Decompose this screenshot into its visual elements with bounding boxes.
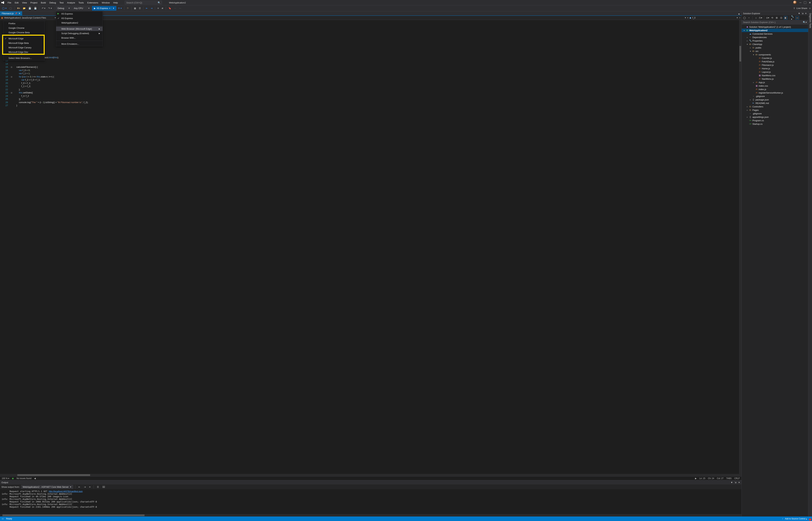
menu-edit[interactable]: Edit (13, 1, 20, 5)
tree-node[interactable]: ☁Connected Services (742, 32, 808, 36)
comment-icon[interactable]: ≡ (156, 6, 160, 10)
indent-dec-icon[interactable]: ⇤ (145, 6, 149, 10)
tree-node[interactable]: ▹🗀Pages (742, 108, 808, 112)
tree-node[interactable]: ▹JSApp.js (742, 81, 808, 84)
se-back-icon[interactable]: ◯ (743, 16, 746, 20)
save-all-button[interactable]: 💾 (33, 6, 38, 10)
save-button[interactable]: 💾 (27, 6, 32, 10)
tb-extra-2[interactable]: ⋯ (178, 6, 182, 10)
refresh-button[interactable]: ⟳ ▾ (117, 6, 123, 10)
menu-project[interactable]: Project (29, 1, 39, 5)
menu-item[interactable]: Microsoft Edge Beta (3, 41, 45, 45)
menu-item[interactable]: Google Chrome (3, 26, 45, 30)
live-share-button[interactable]: Live Share (796, 7, 807, 9)
menu-item[interactable]: Firefox (3, 21, 45, 26)
nav-member-combo[interactable]: ◆ f_0▼ (690, 17, 738, 19)
menu-file[interactable]: File (6, 1, 13, 5)
nav-fwd-button[interactable]: ◯ (8, 6, 13, 10)
tree-node[interactable]: JSregisterServiceWorker.js (742, 91, 808, 94)
nav-member-combo-mid[interactable]: ▼ (57, 17, 686, 19)
menu-view[interactable]: View (20, 1, 29, 5)
tree-node[interactable]: ▾🗁ClientApp (742, 42, 808, 46)
se-search-input[interactable]: Search Solution Explorer (Ctrl+;) 🔍▾ (742, 20, 808, 24)
tab-fibonacci[interactable]: Fibonacci.js 📌 ✕ (0, 11, 22, 16)
tree-node[interactable]: JSCounter.js (742, 56, 808, 60)
se-collapse-icon[interactable]: ⊞ (775, 16, 779, 20)
tb-extra-1[interactable]: ⋯ (173, 6, 177, 10)
zoom-combo[interactable]: 100 % ▾ (2, 477, 9, 480)
tree-node[interactable]: JSFibonacci.js (742, 63, 808, 67)
config-combo[interactable]: Debug▼ (56, 6, 72, 10)
se-properties-icon[interactable]: 🔧▾ (791, 16, 794, 20)
editor-vscrollbar[interactable] (739, 20, 742, 474)
se-sync-icon[interactable]: ⊙▾ (766, 16, 769, 20)
platform-combo[interactable]: Any CPU▼ (72, 6, 91, 10)
nav-right-icon[interactable]: ▶ (695, 477, 697, 480)
menu-item[interactable]: Google Chrome Beta (3, 30, 45, 35)
menu-item[interactable]: Script Debugging (Enabled)▶ (56, 31, 103, 36)
pin-icon[interactable]: 📌 (15, 13, 17, 15)
menu-item[interactable]: ✓IIS Express (56, 16, 103, 20)
se-pin-icon[interactable]: ⇲ (802, 12, 804, 15)
tab-overflow-icon[interactable]: ▼ (737, 13, 742, 16)
quick-search-input[interactable]: Search (Ctrl+Q) 🔍 (125, 1, 162, 4)
menu-item[interactable]: ✓Microsoft Edge (3, 36, 45, 41)
uncomment-icon[interactable]: ≢ (160, 6, 164, 10)
menu-item[interactable]: Microsoft Edge Canary (3, 45, 45, 50)
tree-node[interactable]: ▹🔧Properties (742, 39, 808, 42)
tree-node[interactable]: ▦NavMenu.css (742, 74, 808, 77)
indent-inc-icon[interactable]: ⇥ (150, 6, 154, 10)
run-button[interactable]: ▶ IIS Express ▾ ▼ (92, 6, 116, 10)
split-icon[interactable]: ≡ (739, 17, 740, 19)
tree-node[interactable]: ▫.gitignore (742, 94, 808, 98)
menu-tools[interactable]: Tools (77, 1, 85, 5)
se-dropdown-icon[interactable]: ▼ (798, 12, 800, 15)
add-source-control-button[interactable]: Add to Source Control ▴ (785, 518, 807, 520)
output-clear-icon[interactable]: ⌧ (102, 485, 106, 489)
nav-scope-combo[interactable]: WebApplication2 JavaScript Content Files… (4, 17, 56, 19)
close-tab-icon[interactable]: ✕ (19, 12, 20, 15)
menu-item[interactable]: Web Browser (Microsoft Edge)▶ (56, 26, 103, 31)
new-item-button[interactable]: ✚▾ (16, 6, 21, 10)
se-scope-icon[interactable]: ⊡ (780, 16, 783, 20)
output-dropdown-icon[interactable]: ▼ (730, 481, 733, 484)
output-wrap-icon[interactable]: ☰ (96, 485, 100, 489)
tree-node[interactable]: JSLayout.js (742, 70, 808, 74)
output-text[interactable]: Request starting HTTP/1.1 GET http://loc… (0, 489, 742, 514)
menu-item[interactable]: More Emulators... (56, 42, 103, 46)
menu-debug[interactable]: Debug (48, 1, 58, 5)
se-refresh-icon[interactable]: ⟲ (770, 16, 774, 20)
tree-node[interactable]: C#Startup.cs (742, 122, 808, 126)
editor-hscrollbar[interactable] (0, 474, 742, 476)
se-showall-icon[interactable]: ◧ (784, 16, 787, 20)
window-close-button[interactable]: ✕ (809, 1, 811, 4)
output-pin-icon[interactable]: ⇲ (735, 481, 737, 484)
open-button[interactable]: 📂 (22, 6, 27, 10)
tree-node[interactable]: JSHome.js (742, 67, 808, 70)
tree-node[interactable]: JSFetchData.js (742, 60, 808, 63)
output-indent3-icon[interactable]: ≡ (88, 485, 92, 489)
browser-link-button[interactable]: ⚐ (126, 6, 130, 10)
tree-node[interactable]: ▹⁘Dependencies (742, 36, 808, 39)
tree-node[interactable]: ▾🗁src (742, 49, 808, 53)
output-source-combo[interactable]: WebApplication2 - ASP.NET Core Web Serve… (21, 485, 73, 489)
tree-node[interactable]: M↓README.md (742, 101, 808, 105)
user-avatar[interactable] (793, 1, 797, 4)
undo-button[interactable]: ↶ ▾ (41, 6, 47, 10)
menu-help[interactable]: Help (111, 1, 119, 5)
se-preview-icon[interactable]: ▭ (795, 16, 799, 20)
menu-build[interactable]: Build (39, 1, 48, 5)
nav-back-button[interactable]: ◯ ▾ (1, 6, 8, 10)
menu-extensions[interactable]: Extensions (85, 1, 100, 5)
tb-icon-1[interactable]: ▦ (133, 6, 137, 10)
window-maximize-button[interactable] (804, 1, 806, 4)
tree-node[interactable]: ▾⊞WebApplication2 (742, 29, 808, 32)
menu-analyze[interactable]: Analyze (65, 1, 77, 5)
output-hscrollbar[interactable] (0, 514, 742, 517)
tree-node[interactable]: ▫.gitignore (742, 112, 808, 115)
tree-node[interactable]: JSindex.js (742, 88, 808, 91)
se-home-icon[interactable]: ⌂ (754, 16, 758, 20)
tree-node[interactable]: C#Program.cs (742, 119, 808, 122)
redo-button[interactable]: ↷ ▾ (47, 6, 53, 10)
tree-node[interactable]: ▾🗁components (742, 53, 808, 56)
